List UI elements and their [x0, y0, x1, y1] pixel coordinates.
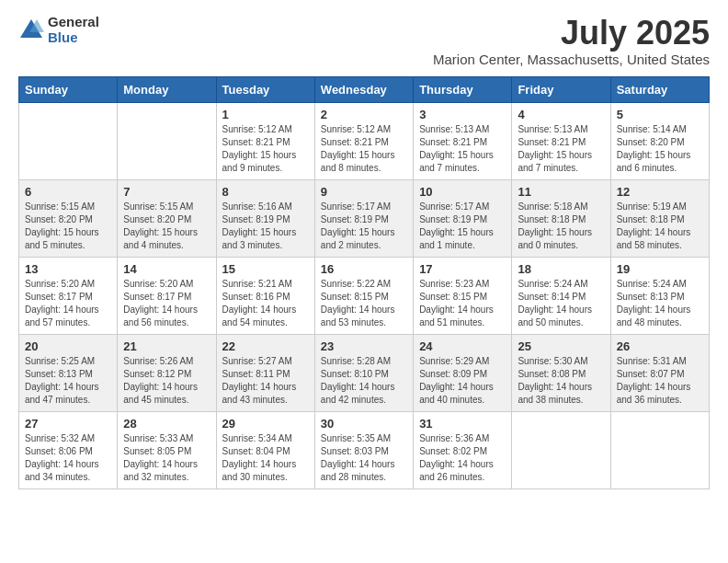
calendar-cell: 28Sunrise: 5:33 AMSunset: 8:05 PMDayligh… — [118, 411, 216, 488]
day-number: 2 — [321, 108, 407, 121]
calendar-cell: 27Sunrise: 5:32 AMSunset: 8:06 PMDayligh… — [19, 411, 118, 488]
day-number: 3 — [419, 108, 506, 121]
logo-icon — [18, 17, 44, 43]
day-number: 28 — [123, 417, 210, 431]
calendar-cell: 12Sunrise: 5:19 AMSunset: 8:18 PMDayligh… — [610, 179, 709, 257]
calendar-cell — [118, 102, 216, 179]
day-info: Sunrise: 5:12 AMSunset: 8:21 PMDaylight:… — [222, 123, 309, 175]
day-number: 7 — [123, 185, 210, 199]
calendar-cell: 23Sunrise: 5:28 AMSunset: 8:10 PMDayligh… — [314, 334, 413, 411]
calendar-cell: 20Sunrise: 5:25 AMSunset: 8:13 PMDayligh… — [19, 334, 118, 411]
day-number: 22 — [222, 339, 309, 353]
day-number: 15 — [222, 262, 309, 276]
day-info: Sunrise: 5:35 AMSunset: 8:03 PMDaylight:… — [321, 432, 407, 484]
day-info: Sunrise: 5:30 AMSunset: 8:08 PMDaylight:… — [518, 355, 604, 407]
day-info: Sunrise: 5:13 AMSunset: 8:21 PMDaylight:… — [518, 123, 604, 175]
calendar-cell: 21Sunrise: 5:26 AMSunset: 8:12 PMDayligh… — [118, 334, 216, 411]
weekday-header-wednesday: Wednesday — [314, 76, 413, 102]
calendar-cell: 6Sunrise: 5:15 AMSunset: 8:20 PMDaylight… — [19, 179, 118, 257]
page-header: General Blue July 2025 Marion Center, Ma… — [18, 15, 710, 67]
calendar-cell: 3Sunrise: 5:13 AMSunset: 8:21 PMDaylight… — [414, 102, 512, 179]
calendar-week-row: 20Sunrise: 5:25 AMSunset: 8:13 PMDayligh… — [19, 334, 710, 411]
day-number: 31 — [419, 417, 506, 431]
day-number: 10 — [419, 185, 506, 199]
calendar-cell: 4Sunrise: 5:13 AMSunset: 8:21 PMDaylight… — [512, 102, 610, 179]
day-number: 6 — [25, 185, 111, 199]
calendar-week-row: 1Sunrise: 5:12 AMSunset: 8:21 PMDaylight… — [19, 102, 710, 179]
day-info: Sunrise: 5:23 AMSunset: 8:15 PMDaylight:… — [419, 278, 506, 329]
day-info: Sunrise: 5:15 AMSunset: 8:20 PMDaylight:… — [123, 201, 210, 252]
title-section: July 2025 Marion Center, Massachusetts, … — [433, 15, 710, 67]
day-info: Sunrise: 5:33 AMSunset: 8:05 PMDaylight:… — [123, 432, 210, 484]
day-number: 1 — [222, 108, 309, 121]
day-info: Sunrise: 5:20 AMSunset: 8:17 PMDaylight:… — [25, 278, 111, 329]
day-number: 8 — [222, 185, 309, 199]
calendar-cell: 26Sunrise: 5:31 AMSunset: 8:07 PMDayligh… — [610, 334, 709, 411]
calendar-cell: 8Sunrise: 5:16 AMSunset: 8:19 PMDaylight… — [216, 179, 314, 257]
day-number: 30 — [321, 417, 407, 431]
day-info: Sunrise: 5:18 AMSunset: 8:18 PMDaylight:… — [518, 201, 604, 252]
day-number: 26 — [617, 339, 703, 353]
calendar-week-row: 27Sunrise: 5:32 AMSunset: 8:06 PMDayligh… — [19, 411, 710, 488]
calendar-cell — [512, 411, 610, 488]
calendar-cell: 18Sunrise: 5:24 AMSunset: 8:14 PMDayligh… — [512, 257, 610, 334]
calendar-header-row: SundayMondayTuesdayWednesdayThursdayFrid… — [19, 76, 710, 102]
calendar-cell: 5Sunrise: 5:14 AMSunset: 8:20 PMDaylight… — [610, 102, 709, 179]
day-number: 4 — [518, 108, 604, 121]
calendar-cell — [610, 411, 709, 488]
day-number: 20 — [25, 339, 111, 353]
logo: General Blue — [18, 15, 99, 45]
logo-blue-text: Blue — [48, 30, 99, 46]
calendar-cell: 13Sunrise: 5:20 AMSunset: 8:17 PMDayligh… — [19, 257, 118, 334]
day-info: Sunrise: 5:14 AMSunset: 8:20 PMDaylight:… — [617, 123, 703, 175]
weekday-header-sunday: Sunday — [19, 76, 118, 102]
day-info: Sunrise: 5:19 AMSunset: 8:18 PMDaylight:… — [617, 201, 703, 252]
calendar-cell: 31Sunrise: 5:36 AMSunset: 8:02 PMDayligh… — [414, 411, 512, 488]
day-number: 12 — [617, 185, 703, 199]
day-info: Sunrise: 5:27 AMSunset: 8:11 PMDaylight:… — [222, 355, 309, 407]
calendar-week-row: 13Sunrise: 5:20 AMSunset: 8:17 PMDayligh… — [19, 257, 710, 334]
calendar-cell — [19, 102, 118, 179]
calendar-cell: 19Sunrise: 5:24 AMSunset: 8:13 PMDayligh… — [610, 257, 709, 334]
weekday-header-monday: Monday — [118, 76, 216, 102]
day-number: 13 — [25, 262, 111, 276]
day-number: 27 — [25, 417, 111, 431]
calendar-cell: 9Sunrise: 5:17 AMSunset: 8:19 PMDaylight… — [314, 179, 413, 257]
calendar-cell: 2Sunrise: 5:12 AMSunset: 8:21 PMDaylight… — [314, 102, 413, 179]
month-title: July 2025 — [433, 15, 710, 52]
calendar-table: SundayMondayTuesdayWednesdayThursdayFrid… — [18, 76, 710, 489]
day-number: 23 — [321, 339, 407, 353]
day-info: Sunrise: 5:17 AMSunset: 8:19 PMDaylight:… — [419, 201, 506, 252]
day-info: Sunrise: 5:32 AMSunset: 8:06 PMDaylight:… — [25, 432, 111, 484]
calendar-cell: 14Sunrise: 5:20 AMSunset: 8:17 PMDayligh… — [118, 257, 216, 334]
day-number: 25 — [518, 339, 604, 353]
calendar-week-row: 6Sunrise: 5:15 AMSunset: 8:20 PMDaylight… — [19, 179, 710, 257]
day-number: 29 — [222, 417, 309, 431]
day-info: Sunrise: 5:26 AMSunset: 8:12 PMDaylight:… — [123, 355, 210, 407]
day-info: Sunrise: 5:24 AMSunset: 8:14 PMDaylight:… — [518, 278, 604, 329]
day-info: Sunrise: 5:29 AMSunset: 8:09 PMDaylight:… — [419, 355, 506, 407]
logo-general-text: General — [48, 15, 99, 30]
day-info: Sunrise: 5:20 AMSunset: 8:17 PMDaylight:… — [123, 278, 210, 329]
day-info: Sunrise: 5:13 AMSunset: 8:21 PMDaylight:… — [419, 123, 506, 175]
day-info: Sunrise: 5:15 AMSunset: 8:20 PMDaylight:… — [25, 201, 111, 252]
day-number: 18 — [518, 262, 604, 276]
day-info: Sunrise: 5:34 AMSunset: 8:04 PMDaylight:… — [222, 432, 309, 484]
calendar-cell: 10Sunrise: 5:17 AMSunset: 8:19 PMDayligh… — [414, 179, 512, 257]
day-number: 24 — [419, 339, 506, 353]
weekday-header-saturday: Saturday — [610, 76, 709, 102]
day-info: Sunrise: 5:21 AMSunset: 8:16 PMDaylight:… — [222, 278, 309, 329]
weekday-header-tuesday: Tuesday — [216, 76, 314, 102]
day-number: 11 — [518, 185, 604, 199]
day-info: Sunrise: 5:12 AMSunset: 8:21 PMDaylight:… — [321, 123, 407, 175]
calendar-cell: 30Sunrise: 5:35 AMSunset: 8:03 PMDayligh… — [314, 411, 413, 488]
day-info: Sunrise: 5:36 AMSunset: 8:02 PMDaylight:… — [419, 432, 506, 484]
day-info: Sunrise: 5:31 AMSunset: 8:07 PMDaylight:… — [617, 355, 703, 407]
calendar-cell: 1Sunrise: 5:12 AMSunset: 8:21 PMDaylight… — [216, 102, 314, 179]
day-info: Sunrise: 5:24 AMSunset: 8:13 PMDaylight:… — [617, 278, 703, 329]
calendar-cell: 17Sunrise: 5:23 AMSunset: 8:15 PMDayligh… — [414, 257, 512, 334]
calendar-cell: 11Sunrise: 5:18 AMSunset: 8:18 PMDayligh… — [512, 179, 610, 257]
weekday-header-friday: Friday — [512, 76, 610, 102]
day-number: 16 — [321, 262, 407, 276]
day-info: Sunrise: 5:17 AMSunset: 8:19 PMDaylight:… — [321, 201, 407, 252]
